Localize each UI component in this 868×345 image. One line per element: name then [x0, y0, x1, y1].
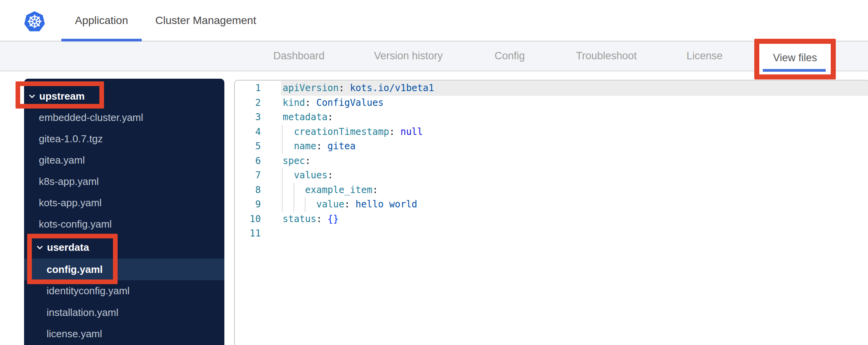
tab-license[interactable]: License [686, 41, 722, 71]
tab-config[interactable]: Config [495, 41, 525, 71]
code-line-content: values: [281, 168, 868, 183]
tree-file-config-yaml[interactable]: config.yaml [24, 259, 224, 280]
tree-file-gitea-1-0-7-tgz[interactable]: gitea-1.0.7.tgz [24, 128, 224, 150]
line-number: 4 [235, 125, 261, 140]
code-text: status: {} [281, 214, 339, 224]
code-line: 5 name: gitea [235, 139, 868, 154]
tree-file-gitea-yaml[interactable]: gitea.yaml [24, 150, 224, 171]
code-token: : [305, 155, 311, 166]
code-text: value: hello world [281, 199, 417, 210]
code-text: metadata: [281, 112, 333, 122]
app-header: ☸ ApplicationCluster Management [0, 0, 868, 41]
code-text: creationTimestamp: null [281, 126, 423, 137]
chevron-down-icon[interactable] [28, 93, 36, 100]
tree-item-label: embedded-cluster.yaml [39, 112, 143, 124]
code-line: 1apiVersion: kots.io/v1beta1 [235, 81, 868, 96]
code-token: ConfigValues [311, 97, 384, 108]
code-token: : [328, 170, 333, 181]
code-text: name: gitea [281, 141, 356, 152]
line-number: 7 [235, 168, 261, 183]
code-line: 8 example_item: [235, 183, 868, 198]
line-number: 8 [235, 183, 261, 198]
line-number: 5 [235, 139, 261, 154]
code-token: : [305, 97, 311, 108]
tree-item-label: userdata [47, 242, 89, 254]
tree-item-label: k8s-app.yaml [39, 176, 99, 188]
code-token: hello world [350, 199, 417, 210]
code-token: : [316, 214, 322, 224]
tree-item-label: upstream [39, 90, 85, 102]
tree-file-license-yaml[interactable]: license.yaml [24, 323, 224, 345]
header-tab-label: Cluster Management [155, 14, 256, 27]
code-token: kind [283, 97, 305, 108]
code-token: : [328, 112, 333, 122]
line-number: 10 [235, 212, 261, 227]
tree-file-k8s-app-yaml[interactable]: k8s-app.yaml [24, 171, 224, 192]
tree-item-label: installation.yaml [47, 307, 118, 319]
line-number: 2 [235, 96, 261, 110]
code-token: kots.io/v1beta1 [344, 83, 434, 93]
code-token: apiVersion [283, 83, 339, 93]
code-token: : [372, 185, 378, 195]
tree-item-label: kots-app.yaml [39, 197, 102, 209]
tree-file-kots-config-yaml[interactable]: kots-config.yaml [24, 214, 224, 235]
line-number: 6 [235, 154, 261, 169]
chevron-down-icon[interactable] [36, 244, 43, 251]
wheel-glyph: ☸ [26, 13, 42, 31]
code-line: 3metadata: [235, 110, 868, 125]
code-token: : [389, 126, 395, 137]
line-number: 9 [235, 197, 261, 212]
app-subnav: DashboardVersion historyConfigTroublesho… [0, 41, 868, 71]
code-text: spec: [281, 155, 311, 166]
code-token: {} [322, 214, 339, 224]
code-text: apiVersion: kots.io/v1beta1 [281, 83, 434, 93]
tab-label: View files [773, 52, 817, 64]
tree-item-label: config.yaml [47, 264, 102, 276]
active-tab-underline [61, 39, 142, 41]
tab-label: Config [495, 50, 525, 62]
code-line: 10status: {} [235, 212, 868, 227]
header-tab-cluster-management[interactable]: Cluster Management [148, 0, 264, 41]
code-line: 6spec: [235, 154, 868, 169]
tree-file-installation-yaml[interactable]: installation.yaml [24, 302, 224, 323]
code-text [281, 228, 283, 239]
tree-item-label: gitea.yaml [39, 154, 85, 166]
code-line: 9 value: hello world [235, 197, 868, 212]
tree-folder-upstream[interactable]: upstream [24, 86, 224, 107]
code-token: creationTimestamp [283, 126, 389, 137]
code-token: gitea [322, 141, 356, 152]
code-line-content: kind: ConfigValues [281, 96, 868, 110]
tab-version-history[interactable]: Version history [374, 41, 443, 71]
tab-view-files[interactable]: View files [759, 41, 831, 74]
line-number: 3 [235, 110, 261, 125]
code-token: : [316, 141, 322, 152]
tab-label: Dashboard [273, 50, 325, 62]
code-token: value [283, 199, 344, 210]
code-line-content-active: apiVersion: kots.io/v1beta1 [281, 81, 868, 96]
file-editor-panel[interactable]: 1apiVersion: kots.io/v1beta12kind: Confi… [234, 80, 868, 345]
line-number: 1 [235, 81, 261, 96]
tree-file-identityconfig-yaml[interactable]: identityconfig.yaml [24, 280, 224, 302]
tree-file-embedded-cluster-yaml[interactable]: embedded-cluster.yaml [24, 107, 224, 128]
tree-item-label: gitea-1.0.7.tgz [39, 133, 103, 145]
code-token: null [395, 126, 423, 137]
tree-file-kots-app-yaml[interactable]: kots-app.yaml [24, 192, 224, 214]
tab-troubleshoot[interactable]: Troubleshoot [576, 41, 637, 71]
code-text: example_item: [281, 185, 378, 195]
tab-dashboard[interactable]: Dashboard [273, 41, 325, 71]
code-token: values [283, 170, 328, 181]
code-token: status [283, 214, 316, 224]
header-tab-application[interactable]: Application [61, 0, 142, 41]
code-token: example_item [283, 185, 372, 195]
code-line: 2kind: ConfigValues [235, 96, 868, 110]
tab-label: License [686, 50, 722, 62]
header-tab-label: Application [75, 14, 128, 27]
code-text: values: [281, 170, 333, 181]
code-token: metadata [283, 112, 328, 122]
tree-folder-userdata[interactable]: userdata [24, 237, 224, 258]
code-line-content: spec: [281, 154, 868, 169]
tree-item-label: identityconfig.yaml [47, 285, 130, 297]
code-line-content: example_item: [281, 183, 868, 198]
code-line: 4 creationTimestamp: null [235, 125, 868, 140]
code-line-content: status: {} [281, 212, 868, 227]
